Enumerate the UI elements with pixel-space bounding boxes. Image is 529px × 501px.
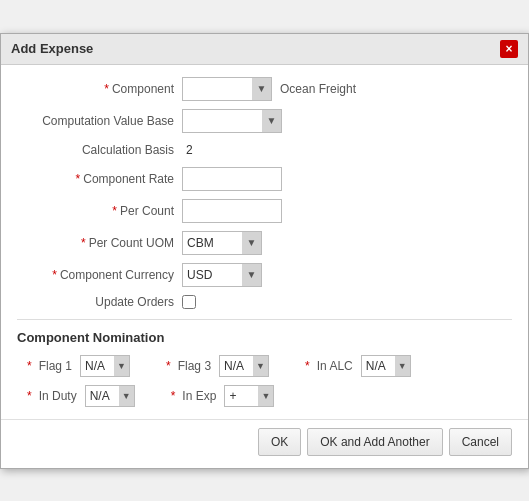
flag3-label: Flag 3: [178, 359, 211, 373]
required-star-flag3: *: [166, 359, 171, 373]
component-currency-label: *Component Currency: [17, 268, 182, 282]
dialog-footer: OK OK and Add Another Cancel: [1, 419, 528, 468]
computation-value-base-select[interactable]: [182, 109, 282, 133]
in-exp-label: In Exp: [182, 389, 216, 403]
required-star-2: *: [76, 172, 81, 186]
computation-value-base-wrapper: ▼: [182, 109, 282, 133]
calculation-basis-value: 2: [182, 141, 197, 159]
component-rate-row: *Component Rate 60.00: [17, 167, 512, 191]
component-currency-wrapper: USD ▼: [182, 263, 262, 287]
in-exp-select[interactable]: +: [224, 385, 274, 407]
per-count-uom-wrapper: CBM ▼: [182, 231, 262, 255]
in-alc-item: * In ALC N/A ▼: [305, 355, 411, 377]
required-star-3: *: [112, 204, 117, 218]
cancel-button[interactable]: Cancel: [449, 428, 512, 456]
component-rate-input[interactable]: 60.00: [182, 167, 282, 191]
in-duty-label: In Duty: [39, 389, 77, 403]
in-duty-select-wrapper: N/A ▼: [85, 385, 135, 407]
flag1-select[interactable]: N/A: [80, 355, 130, 377]
required-star-in-alc: *: [305, 359, 310, 373]
in-alc-select[interactable]: N/A: [361, 355, 411, 377]
flag1-label: Flag 1: [39, 359, 72, 373]
required-star-in-duty: *: [27, 389, 32, 403]
required-star-4: *: [81, 236, 86, 250]
in-exp-item: * In Exp + ▼: [171, 385, 275, 407]
per-count-row: *Per Count 1: [17, 199, 512, 223]
update-orders-row: Update Orders: [17, 295, 512, 309]
required-star-flag1: *: [27, 359, 32, 373]
computation-value-base-row: Computation Value Base ▼: [17, 109, 512, 133]
in-alc-select-wrapper: N/A ▼: [361, 355, 411, 377]
flag1-select-wrapper: N/A ▼: [80, 355, 130, 377]
in-alc-label: In ALC: [317, 359, 353, 373]
calculation-basis-label: Calculation Basis: [17, 143, 182, 157]
nomination-row-2: * In Duty N/A ▼ * In Exp +: [27, 385, 512, 407]
component-description: Ocean Freight: [280, 82, 356, 96]
in-exp-select-wrapper: + ▼: [224, 385, 274, 407]
component-currency-select[interactable]: USD: [182, 263, 262, 287]
calculation-basis-row: Calculation Basis 2: [17, 141, 512, 159]
required-star-5: *: [52, 268, 57, 282]
update-orders-checkbox-wrapper: [182, 295, 196, 309]
per-count-uom-row: *Per Count UOM CBM ▼: [17, 231, 512, 255]
per-count-input[interactable]: 1: [182, 199, 282, 223]
required-star-in-exp: *: [171, 389, 176, 403]
update-orders-checkbox[interactable]: [182, 295, 196, 309]
component-select-wrapper: OCFRT ▼: [182, 77, 272, 101]
computation-value-base-label: Computation Value Base: [17, 114, 182, 128]
dialog-title: Add Expense: [11, 41, 93, 56]
component-row: *Component OCFRT ▼ Ocean Freight: [17, 77, 512, 101]
flag1-item: * Flag 1 N/A ▼: [27, 355, 130, 377]
dialog-header: Add Expense ×: [1, 34, 528, 65]
component-rate-label: *Component Rate: [17, 172, 182, 186]
close-button[interactable]: ×: [500, 40, 518, 58]
component-input-group: OCFRT ▼ Ocean Freight: [182, 77, 356, 101]
component-input[interactable]: OCFRT: [182, 77, 272, 101]
nomination-row-1: * Flag 1 N/A ▼ * Flag 3 N/A: [27, 355, 512, 377]
flag3-select[interactable]: N/A: [219, 355, 269, 377]
nomination-grid: * Flag 1 N/A ▼ * Flag 3 N/A: [17, 355, 512, 407]
add-expense-dialog: Add Expense × *Component OCFRT ▼ Ocean F…: [0, 33, 529, 469]
per-count-label: *Per Count: [17, 204, 182, 218]
flag3-item: * Flag 3 N/A ▼: [166, 355, 269, 377]
nomination-section-title: Component Nomination: [17, 330, 512, 345]
section-divider: [17, 319, 512, 320]
ok-add-another-button[interactable]: OK and Add Another: [307, 428, 442, 456]
flag3-select-wrapper: N/A ▼: [219, 355, 269, 377]
component-label: *Component: [17, 82, 182, 96]
ok-button[interactable]: OK: [258, 428, 301, 456]
dialog-body: *Component OCFRT ▼ Ocean Freight Computa…: [1, 65, 528, 419]
component-currency-row: *Component Currency USD ▼: [17, 263, 512, 287]
required-star: *: [104, 82, 109, 96]
in-duty-item: * In Duty N/A ▼: [27, 385, 135, 407]
per-count-uom-label: *Per Count UOM: [17, 236, 182, 250]
in-duty-select[interactable]: N/A: [85, 385, 135, 407]
update-orders-label: Update Orders: [17, 295, 182, 309]
per-count-uom-select[interactable]: CBM: [182, 231, 262, 255]
